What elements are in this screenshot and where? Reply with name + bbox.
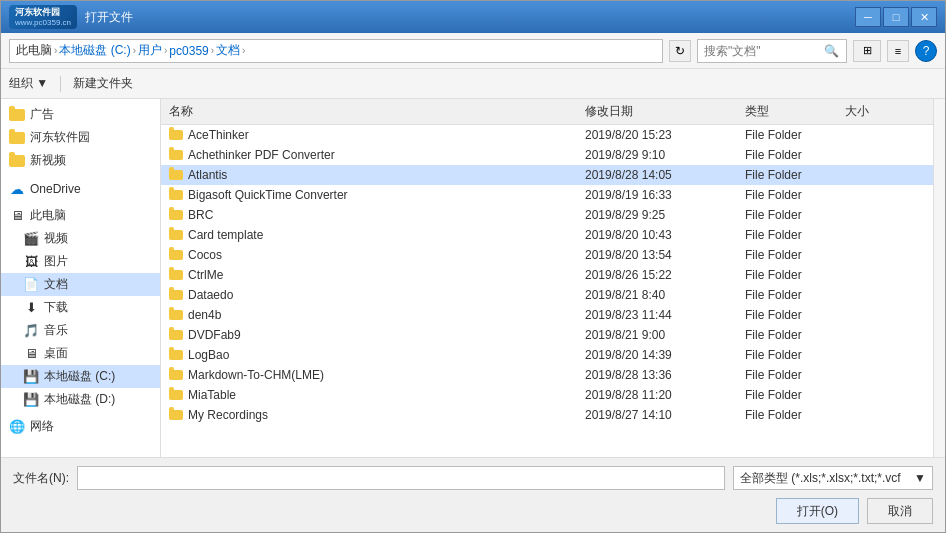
file-modified: 2019/8/28 14:05: [585, 168, 745, 182]
table-row[interactable]: BRC 2019/8/29 9:25 File Folder: [161, 205, 933, 225]
drive-d-icon: 💾: [23, 392, 39, 408]
search-box: 🔍: [697, 39, 847, 63]
maximize-button[interactable]: □: [883, 7, 909, 27]
titlebar: 河东软件园 www.pc0359.cn 打开文件 ─ □ ✕: [1, 1, 945, 33]
sidebar-item-drive-d[interactable]: 💾 本地磁盘 (D:): [1, 388, 160, 411]
file-modified: 2019/8/21 9:00: [585, 328, 745, 342]
video-icon: 🎬: [23, 231, 39, 247]
file-name: den4b: [169, 308, 585, 322]
file-content: 名称 修改日期 类型 大小 AceThinker 2019/8/20 15:23…: [161, 99, 933, 457]
bc-sep3: ›: [164, 45, 167, 56]
filename-input[interactable]: [77, 466, 725, 490]
file-type: File Folder: [745, 268, 845, 282]
sidebar-item-video-new[interactable]: 新视频: [1, 149, 160, 172]
table-row[interactable]: Achethinker PDF Converter 2019/8/29 9:10…: [161, 145, 933, 165]
organize-button[interactable]: 组织 ▼: [9, 75, 48, 92]
sidebar-label-video-new: 新视频: [30, 152, 66, 169]
table-row[interactable]: AceThinker 2019/8/20 15:23 File Folder: [161, 125, 933, 145]
table-row[interactable]: DVDFab9 2019/8/21 9:00 File Folder: [161, 325, 933, 345]
new-folder-button[interactable]: 新建文件夹: [73, 75, 133, 92]
table-row[interactable]: Markdown-To-CHM(LME) 2019/8/28 13:36 Fil…: [161, 365, 933, 385]
help-button[interactable]: ?: [915, 40, 937, 62]
file-name-text: AceThinker: [188, 128, 249, 142]
file-name-text: DVDFab9: [188, 328, 241, 342]
sidebar-item-music[interactable]: 🎵 音乐: [1, 319, 160, 342]
file-name: Bigasoft QuickTime Converter: [169, 188, 585, 202]
file-name: CtrlMe: [169, 268, 585, 282]
sidebar-label-documents: 文档: [44, 276, 68, 293]
file-type: File Folder: [745, 328, 845, 342]
bc-sep4: ›: [211, 45, 214, 56]
filetype-arrow: ▼: [914, 471, 926, 485]
filetype-select[interactable]: 全部类型 (*.xls;*.xlsx;*.txt;*.vcf ▼: [733, 466, 933, 490]
file-type: File Folder: [745, 348, 845, 362]
file-name-text: CtrlMe: [188, 268, 223, 282]
table-row[interactable]: CtrlMe 2019/8/26 15:22 File Folder: [161, 265, 933, 285]
table-row[interactable]: Dataedo 2019/8/21 8:40 File Folder: [161, 285, 933, 305]
table-row[interactable]: LogBao 2019/8/20 14:39 File Folder: [161, 345, 933, 365]
table-row[interactable]: Bigasoft QuickTime Converter 2019/8/19 1…: [161, 185, 933, 205]
sidebar-label-drive-d: 本地磁盘 (D:): [44, 391, 115, 408]
folder-icon: [169, 270, 183, 280]
file-name-text: MiaTable: [188, 388, 236, 402]
sidebar-item-hdsoft[interactable]: 河东软件园: [1, 126, 160, 149]
view-details-button[interactable]: ≡: [887, 40, 909, 62]
bc-sep2: ›: [133, 45, 136, 56]
folder-icon: [169, 130, 183, 140]
file-name: LogBao: [169, 348, 585, 362]
file-modified: 2019/8/20 10:43: [585, 228, 745, 242]
bc-docs[interactable]: 文档: [216, 42, 240, 59]
table-row[interactable]: den4b 2019/8/23 11:44 File Folder: [161, 305, 933, 325]
folder-icon: [169, 330, 183, 340]
minimize-button[interactable]: ─: [855, 7, 881, 27]
sidebar-item-downloads[interactable]: ⬇ 下载: [1, 296, 160, 319]
file-modified: 2019/8/28 13:36: [585, 368, 745, 382]
file-modified: 2019/8/20 13:54: [585, 248, 745, 262]
open-button[interactable]: 打开(O): [776, 498, 859, 524]
column-headers[interactable]: 名称 修改日期 类型 大小: [161, 99, 933, 125]
table-row[interactable]: MiaTable 2019/8/28 11:20 File Folder: [161, 385, 933, 405]
breadcrumb[interactable]: 此电脑 › 本地磁盘 (C:) › 用户 › pc0359 › 文档 ›: [9, 39, 663, 63]
search-input[interactable]: [704, 44, 824, 58]
sidebar-item-ads[interactable]: 广告: [1, 103, 160, 126]
file-name: DVDFab9: [169, 328, 585, 342]
folder-icon: [169, 290, 183, 300]
bc-drive[interactable]: 本地磁盘 (C:): [59, 42, 130, 59]
col-size[interactable]: 大小: [845, 103, 925, 120]
watermark: 河东软件园 www.pc0359.cn: [9, 5, 77, 29]
sidebar-item-network[interactable]: 🌐 网络: [1, 415, 160, 438]
scrollbar-right[interactable]: [933, 99, 945, 457]
pc-icon: 🖥: [9, 208, 25, 224]
table-row[interactable]: Card template 2019/8/20 10:43 File Folde…: [161, 225, 933, 245]
buttons-row: 打开(O) 取消: [13, 498, 933, 524]
table-row[interactable]: Atlantis 2019/8/28 14:05 File Folder: [161, 165, 933, 185]
cancel-button[interactable]: 取消: [867, 498, 933, 524]
view-toggle-button[interactable]: ⊞: [853, 40, 881, 62]
sidebar-item-onedrive[interactable]: ☁ OneDrive: [1, 178, 160, 200]
table-row[interactable]: Cocos 2019/8/20 13:54 File Folder: [161, 245, 933, 265]
col-type[interactable]: 类型: [745, 103, 845, 120]
table-row[interactable]: My Recordings 2019/8/27 14:10 File Folde…: [161, 405, 933, 425]
action-bar: 组织 ▼ 新建文件夹: [1, 69, 945, 99]
file-name: Cocos: [169, 248, 585, 262]
bc-user[interactable]: pc0359: [169, 44, 208, 58]
sidebar-item-drive-c[interactable]: 💾 本地磁盘 (C:): [1, 365, 160, 388]
file-name: Atlantis: [169, 168, 585, 182]
action-separator: [60, 76, 61, 92]
close-button[interactable]: ✕: [911, 7, 937, 27]
sidebar-item-pictures[interactable]: 🖼 图片: [1, 250, 160, 273]
sidebar-item-desktop[interactable]: 🖥 桌面: [1, 342, 160, 365]
folder-icon: [169, 230, 183, 240]
folder-icon: [169, 310, 183, 320]
sidebar-item-documents[interactable]: 📄 文档: [1, 273, 160, 296]
sidebar-label-desktop: 桌面: [44, 345, 68, 362]
bc-users[interactable]: 用户: [138, 42, 162, 59]
col-modified[interactable]: 修改日期: [585, 103, 745, 120]
sidebar-item-thispc[interactable]: 🖥 此电脑: [1, 204, 160, 227]
col-name[interactable]: 名称: [169, 103, 585, 120]
refresh-button[interactable]: ↻: [669, 40, 691, 62]
sidebar-item-videos[interactable]: 🎬 视频: [1, 227, 160, 250]
bc-computer[interactable]: 此电脑: [16, 42, 52, 59]
folder-icon-hdsoft: [9, 130, 25, 146]
watermark-line1: 河东软件园: [15, 7, 71, 18]
